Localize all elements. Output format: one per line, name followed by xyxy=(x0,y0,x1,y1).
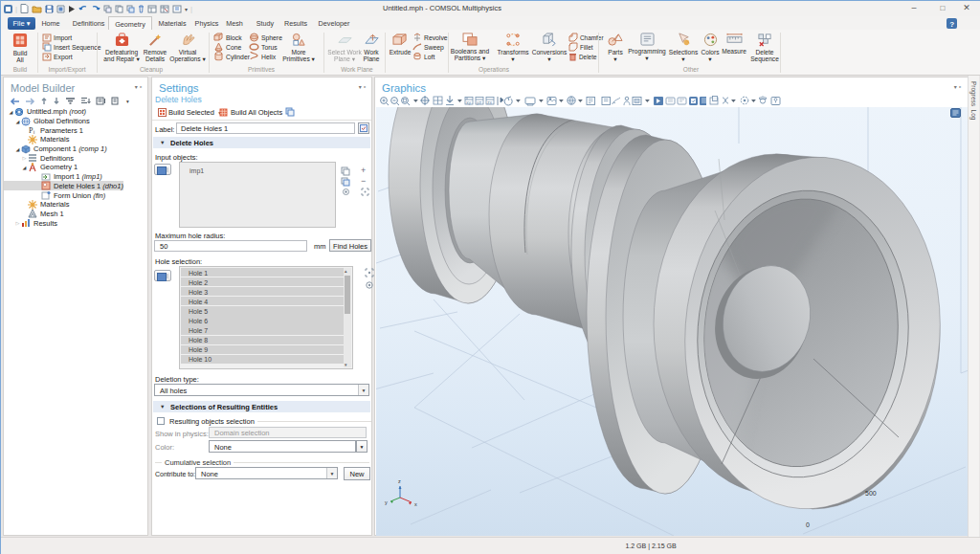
svg-text:y: y xyxy=(385,499,388,505)
svg-text:x: x xyxy=(414,501,417,507)
svg-text:zx: zx xyxy=(487,100,493,105)
svg-text:?: ? xyxy=(949,20,954,29)
svg-text:500: 500 xyxy=(865,490,877,497)
svg-text:z: z xyxy=(398,478,401,484)
svg-text:yz: yz xyxy=(477,100,482,105)
svg-text:xy: xy xyxy=(466,100,472,105)
svg-text:0: 0 xyxy=(806,521,810,528)
